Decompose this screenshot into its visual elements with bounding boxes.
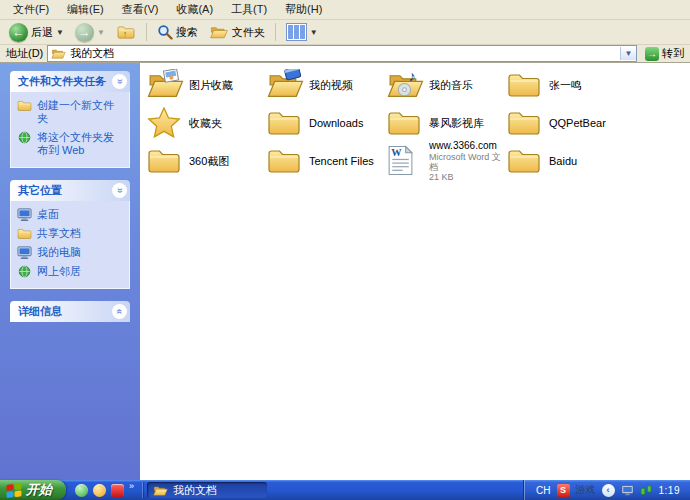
system-tray: CH S 游戏 ‹ 1:19 bbox=[523, 480, 690, 500]
file-tile-baidu[interactable]: Baidu bbox=[505, 142, 625, 180]
panel-file-folder-tasks-header[interactable]: 文件和文件夹任务 « bbox=[10, 71, 130, 92]
tray-status-text: 游戏 bbox=[576, 483, 596, 497]
folder-open-pictures-icon bbox=[147, 69, 184, 100]
sidebar-item-new-folder[interactable]: 创建一个新文件夹 bbox=[17, 99, 124, 125]
publish-web-icon bbox=[17, 131, 32, 144]
network-tray-icon[interactable] bbox=[640, 485, 653, 496]
folders-button[interactable]: 文件夹 bbox=[204, 22, 270, 42]
panel-file-folder-tasks: 文件和文件夹任务 « 创建一个新文件夹 将这个文件夹发布到 Web bbox=[10, 71, 130, 168]
display-tray-icon[interactable] bbox=[621, 485, 634, 496]
file-label: Baidu bbox=[549, 155, 577, 167]
address-input[interactable]: 我的文档 ▼ bbox=[47, 45, 637, 62]
menu-view[interactable]: 查看(V) bbox=[113, 0, 168, 19]
start-button[interactable]: 开始 bbox=[0, 480, 66, 500]
new-folder-icon bbox=[17, 99, 32, 112]
sidebar-item-publish-web[interactable]: 将这个文件夹发布到 Web bbox=[17, 131, 124, 157]
file-list-area: 图片收藏 我的视频 ♪ 我的音乐 bbox=[140, 63, 690, 480]
panel-title: 详细信息 bbox=[18, 304, 62, 319]
panel-details-header[interactable]: 详细信息 « bbox=[10, 301, 130, 322]
language-indicator[interactable]: CH bbox=[536, 485, 550, 496]
menu-edit[interactable]: 编辑(E) bbox=[58, 0, 113, 19]
sidebar-item-label: 共享文档 bbox=[37, 227, 81, 240]
hide-icons-chevron-icon[interactable]: ‹ bbox=[602, 484, 615, 497]
folder-icon bbox=[147, 145, 181, 176]
menu-file[interactable]: 文件(F) bbox=[4, 0, 58, 19]
file-tile-word-document[interactable]: www.3366.com Microsoft Word 文档 21 KB bbox=[385, 142, 505, 180]
file-tile-tencent-files[interactable]: Tencent Files bbox=[265, 142, 385, 180]
panel-other-places-header[interactable]: 其它位置 « bbox=[10, 180, 130, 201]
panel-title: 文件和文件夹任务 bbox=[18, 74, 106, 89]
sidebar-item-my-computer[interactable]: 我的电脑 bbox=[17, 246, 124, 259]
expand-chevron-icon[interactable]: « bbox=[112, 304, 127, 319]
forward-dropdown-icon: ▼ bbox=[97, 28, 105, 37]
menu-bar: 文件(F) 编辑(E) 查看(V) 收藏(A) 工具(T) 帮助(H) bbox=[0, 0, 690, 20]
search-icon bbox=[157, 24, 173, 40]
sidebar-item-network-places[interactable]: 网上邻居 bbox=[17, 265, 124, 278]
file-label: 我的视频 bbox=[309, 79, 353, 91]
file-label: Downloads bbox=[309, 117, 363, 129]
search-button[interactable]: 搜索 bbox=[152, 22, 203, 42]
collapse-chevron-icon[interactable]: « bbox=[112, 74, 127, 89]
back-label: 后退 bbox=[31, 25, 53, 40]
file-label: 图片收藏 bbox=[189, 79, 233, 91]
toolbar: ← 后退 ▼ → ▼ ↑ 搜索 文件夹 ▼ bbox=[0, 20, 690, 45]
views-icon bbox=[286, 23, 307, 41]
menu-favorites[interactable]: 收藏(A) bbox=[167, 0, 222, 19]
file-label: 暴风影视库 bbox=[429, 117, 484, 129]
panel-details: 详细信息 « bbox=[10, 301, 130, 322]
folder-icon bbox=[507, 107, 541, 138]
folder-open-video-icon bbox=[267, 69, 304, 100]
svg-text:♪: ♪ bbox=[409, 69, 416, 84]
file-grid: 图片收藏 我的视频 ♪ 我的音乐 bbox=[145, 66, 690, 180]
folder-icon bbox=[507, 145, 541, 176]
sidebar-item-label: 网上邻居 bbox=[37, 265, 81, 278]
forward-icon: → bbox=[75, 23, 94, 42]
back-button[interactable]: ← 后退 ▼ bbox=[4, 21, 69, 44]
folder-icon bbox=[267, 107, 301, 138]
quick-launch-bar: » bbox=[66, 480, 141, 500]
panel-body: 创建一个新文件夹 将这个文件夹发布到 Web bbox=[10, 92, 130, 168]
folders-icon bbox=[209, 24, 229, 40]
tray-clock[interactable]: 1:19 bbox=[659, 485, 680, 496]
panel-other-places: 其它位置 « 桌面 共享文档 我的电脑 bbox=[10, 180, 130, 289]
go-button[interactable]: → 转到 bbox=[641, 46, 688, 61]
taskbar-divider bbox=[142, 482, 143, 498]
menu-help[interactable]: 帮助(H) bbox=[276, 0, 331, 19]
file-label: QQPetBear bbox=[549, 117, 606, 129]
collapse-chevron-icon[interactable]: « bbox=[112, 183, 127, 198]
file-tile-pictures[interactable]: 图片收藏 bbox=[145, 66, 265, 104]
views-dropdown-icon: ▼ bbox=[310, 28, 318, 37]
address-label: 地址(D) bbox=[6, 46, 43, 61]
sogou-ime-icon[interactable]: S bbox=[557, 484, 570, 497]
sidebar-task-pane: 文件和文件夹任务 « 创建一个新文件夹 将这个文件夹发布到 Web 其 bbox=[0, 63, 140, 480]
file-size-text: 21 KB bbox=[429, 172, 454, 182]
back-dropdown-icon[interactable]: ▼ bbox=[56, 28, 64, 37]
quicklaunch-red-icon[interactable] bbox=[111, 484, 124, 497]
quicklaunch-green-icon[interactable] bbox=[75, 484, 88, 497]
file-tile-qqpetbear[interactable]: QQPetBear bbox=[505, 104, 625, 142]
panel-title: 其它位置 bbox=[18, 183, 62, 198]
file-tile-baofeng[interactable]: 暴风影视库 bbox=[385, 104, 505, 142]
file-tile-360screenshot[interactable]: 360截图 bbox=[145, 142, 265, 180]
file-tile-music[interactable]: ♪ 我的音乐 bbox=[385, 66, 505, 104]
folder-icon bbox=[387, 107, 421, 138]
file-tile-zhangyiming[interactable]: 张一鸣 bbox=[505, 66, 625, 104]
file-tile-downloads[interactable]: Downloads bbox=[265, 104, 385, 142]
sidebar-item-desktop[interactable]: 桌面 bbox=[17, 208, 124, 221]
address-bar: 地址(D) 我的文档 ▼ → 转到 bbox=[0, 45, 690, 63]
file-tile-videos[interactable]: 我的视频 bbox=[265, 66, 385, 104]
file-label: 360截图 bbox=[189, 155, 229, 167]
menu-tools[interactable]: 工具(T) bbox=[222, 0, 276, 19]
sidebar-item-shared-documents[interactable]: 共享文档 bbox=[17, 227, 124, 240]
taskbar-button-my-documents[interactable]: 我的文档 bbox=[147, 482, 267, 498]
address-dropdown-icon[interactable]: ▼ bbox=[620, 47, 636, 60]
up-button[interactable]: ↑ bbox=[111, 22, 141, 42]
file-type-text: Microsoft Word 文档 bbox=[429, 152, 501, 172]
windows-logo-icon bbox=[6, 483, 22, 498]
forward-button[interactable]: → ▼ bbox=[70, 21, 110, 44]
quicklaunch-orange-icon[interactable] bbox=[93, 484, 106, 497]
quicklaunch-overflow-icon[interactable]: » bbox=[129, 480, 134, 491]
views-button[interactable]: ▼ bbox=[281, 21, 323, 43]
svg-text:↑: ↑ bbox=[123, 29, 127, 39]
file-tile-favorites[interactable]: 收藏夹 bbox=[145, 104, 265, 142]
